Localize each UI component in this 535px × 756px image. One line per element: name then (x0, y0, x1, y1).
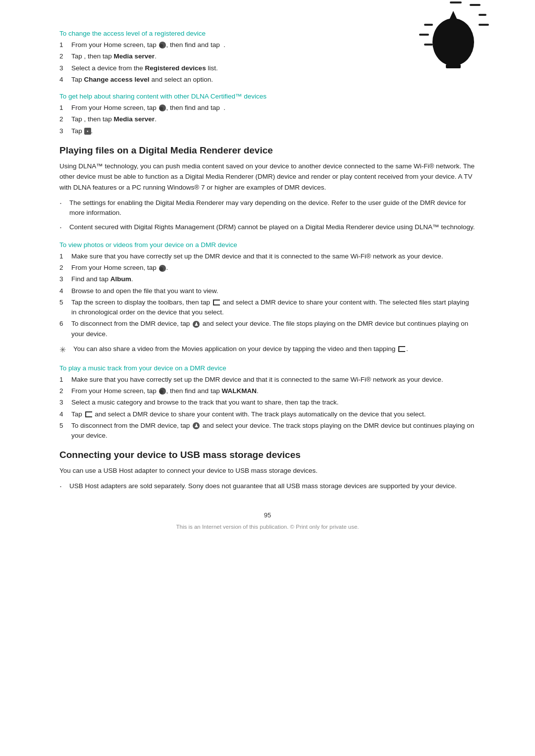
home-icon-3: ⊕ (159, 265, 166, 272)
vp-step-4: 4 Browse to and open the file that you w… (59, 286, 476, 296)
menu-icon-3 (85, 411, 92, 417)
person-icon: ♟ (193, 321, 200, 328)
note-star-icon: ✳ (59, 344, 73, 356)
dmr-intro: Using DLNA™ technology, you can push med… (59, 161, 476, 193)
section-dmr: Playing files on a Digital Media Rendere… (59, 145, 476, 233)
svg-marker-5 (446, 11, 461, 27)
help-step-2: 2 Tap , then tap Media server. (59, 114, 476, 124)
usb-title: Connecting your device to USB mass stora… (59, 450, 476, 460)
vp-step-6: 6 To disconnect from the DMR device, tap… (59, 319, 476, 339)
dmr-bullet-2: · Content secured with Digital Rights Ma… (59, 222, 476, 233)
pm-step-2: 2 From your Home screen, tap ⊕, then fin… (59, 386, 476, 396)
photo-icon: ▪ (84, 128, 91, 135)
section-get-help: To get help about sharing content with o… (59, 93, 476, 136)
menu-icon (213, 300, 220, 305)
view-photos-heading: To view photos or videos from your devic… (59, 241, 476, 249)
pm-step-5: 5 To disconnect from the DMR device, tap… (59, 421, 476, 441)
help-step-3: 3 Tap ▪. (59, 126, 476, 136)
home-icon: ⊕ (159, 42, 166, 49)
svg-rect-6 (445, 58, 462, 62)
get-help-steps: 1 From your Home screen, tap ⊕, then fin… (59, 103, 476, 136)
section-usb: Connecting your device to USB mass stora… (59, 450, 476, 492)
vp-step-2: 2 From your Home screen, tap ⊕. (59, 263, 476, 273)
lightbulb-illustration (406, 0, 495, 79)
play-music-steps: 1 Make sure that you have correctly set … (59, 375, 476, 441)
play-music-heading: To play a music track from your device o… (59, 364, 476, 372)
get-help-heading: To get help about sharing content with o… (59, 93, 476, 100)
pm-step-3: 3 Select a music category and browse to … (59, 398, 476, 407)
view-photos-steps: 1 Make sure that you have correctly set … (59, 252, 476, 339)
home-icon-4: ⊕ (159, 388, 166, 395)
pm-step-1: 1 Make sure that you have correctly set … (59, 375, 476, 385)
vp-note: ✳ You can also share a video from the Mo… (59, 344, 476, 356)
vp-step-5: 5 Tap the screen to display the toolbars… (59, 298, 476, 318)
page-container: To change the access level of a register… (0, 0, 535, 756)
bullet-dot-1: · (59, 198, 69, 219)
home-icon-2: ⊕ (159, 104, 166, 111)
help-step-1: 1 From your Home screen, tap ⊕, then fin… (59, 103, 476, 113)
footer-text: This is an Internet version of this publ… (59, 524, 476, 530)
section-view-photos: To view photos or videos from your devic… (59, 241, 476, 356)
pm-step-4: 4 Tap and select a DMR device to share y… (59, 409, 476, 419)
dmr-title: Playing files on a Digital Media Rendere… (59, 145, 476, 156)
vp-step-3: 3 Find and tap Album. (59, 274, 476, 284)
bullet-dot-2: · (59, 222, 69, 233)
page-number: 95 (59, 511, 476, 519)
dmr-bullet-1: · The settings for enabling the Digital … (59, 198, 476, 219)
menu-icon-2 (398, 346, 405, 352)
section-play-music: To play a music track from your device o… (59, 364, 476, 441)
usb-intro: You can use a USB Host adapter to connec… (59, 465, 476, 476)
svg-rect-7 (446, 64, 461, 68)
vp-step-1: 1 Make sure that you have correctly set … (59, 252, 476, 261)
person-icon-2: ♟ (193, 422, 200, 429)
bullet-dot-3: · (59, 481, 69, 492)
usb-bullet: · USB Host adapters are sold separately.… (59, 481, 476, 492)
